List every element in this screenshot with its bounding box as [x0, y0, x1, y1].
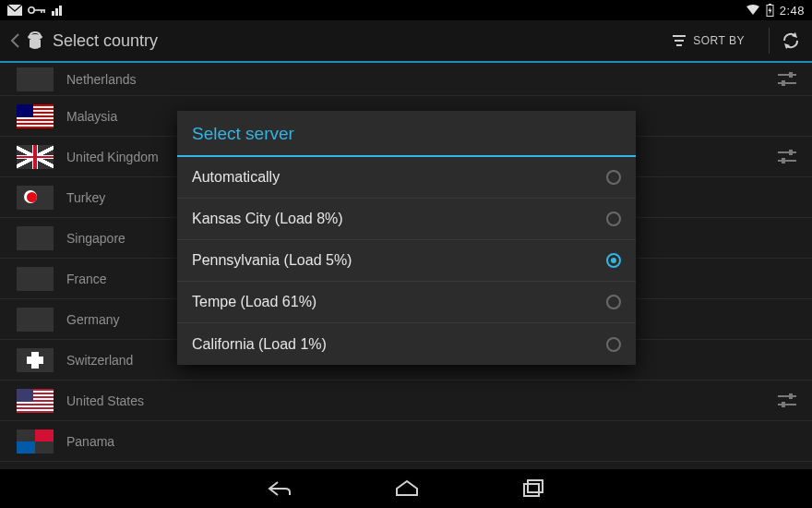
svg-rect-7 [59, 6, 62, 16]
home-icon [394, 478, 420, 499]
divider [769, 28, 770, 54]
battery-charging-icon [766, 4, 774, 17]
svg-rect-24 [782, 158, 785, 163]
server-option[interactable]: California (Load 1%) [177, 323, 636, 365]
country-name: Panama [66, 434, 114, 449]
svg-rect-6 [55, 8, 58, 16]
page-title: Select country [53, 31, 158, 51]
country-row[interactable]: Netherlands [0, 63, 812, 96]
radio-icon [606, 337, 621, 352]
select-server-dialog: Select server AutomaticallyKansas City (… [177, 111, 636, 365]
tune-button[interactable] [777, 149, 797, 165]
radio-icon [606, 295, 621, 309]
recent-apps-icon [521, 478, 545, 499]
server-option[interactable]: Automatically [177, 157, 636, 199]
sort-by-button[interactable]: SORT BY [671, 34, 745, 47]
server-option-label: Automatically [192, 169, 280, 186]
svg-rect-5 [52, 11, 54, 16]
country-name: United States [66, 393, 144, 408]
server-option[interactable]: Pennsylvania (Load 5%) [177, 240, 636, 282]
tune-button[interactable] [777, 71, 797, 88]
country-name: Germany [66, 312, 120, 327]
flag-icon [17, 429, 54, 454]
svg-rect-26 [789, 393, 793, 399]
nav-back-button[interactable] [267, 478, 293, 499]
sort-icon [671, 34, 687, 47]
refresh-icon [781, 30, 801, 51]
svg-marker-10 [768, 6, 771, 15]
server-option-label: Kansas City (Load 8%) [192, 211, 343, 227]
back-button[interactable] [11, 33, 19, 48]
svg-rect-29 [524, 484, 539, 496]
flag-icon [17, 145, 54, 169]
action-bar: Select country SORT BY [0, 20, 812, 63]
flag-icon [17, 226, 54, 250]
flag-icon [17, 67, 54, 91]
dialog-title: Select server [177, 111, 636, 157]
country-name: Singapore [66, 231, 125, 246]
nav-recent-button[interactable] [521, 478, 545, 499]
radio-icon [606, 212, 621, 226]
flag-icon [17, 348, 54, 372]
country-name: Switzerland [66, 353, 133, 368]
sort-by-label: SORT BY [693, 34, 745, 47]
signal-bars-icon [52, 5, 65, 16]
country-name: Netherlands [66, 72, 137, 87]
country-row[interactable]: United States [0, 381, 812, 421]
nav-home-button[interactable] [394, 478, 420, 499]
flag-icon [17, 267, 54, 291]
server-option-label: California (Load 1%) [192, 336, 327, 353]
refresh-button[interactable] [781, 30, 801, 51]
flag-icon [17, 104, 54, 128]
flag-icon [17, 308, 54, 332]
back-icon [267, 478, 293, 499]
server-option[interactable]: Kansas City (Load 8%) [177, 199, 636, 240]
status-bar: 2:48 [0, 0, 812, 20]
svg-rect-9 [769, 4, 771, 6]
country-name: France [66, 272, 107, 286]
mail-icon [7, 5, 22, 16]
radio-icon [606, 170, 621, 185]
server-option-label: Tempe (Load 61%) [192, 294, 316, 310]
svg-rect-20 [782, 80, 785, 86]
app-icon [23, 29, 47, 53]
svg-rect-18 [789, 72, 793, 78]
wifi-icon [746, 5, 760, 16]
flag-icon [17, 186, 54, 210]
key-icon [28, 6, 46, 15]
status-clock: 2:48 [780, 4, 805, 18]
svg-rect-28 [782, 402, 785, 407]
radio-icon [606, 253, 621, 268]
flag-icon [17, 389, 54, 413]
server-option-label: Pennsylvania (Load 5%) [192, 252, 352, 269]
nav-bar [0, 469, 812, 508]
svg-rect-22 [789, 150, 793, 155]
country-row[interactable]: Panama [0, 421, 812, 462]
server-option[interactable]: Tempe (Load 61%) [177, 282, 636, 323]
country-name: Turkey [66, 190, 105, 205]
svg-rect-30 [528, 480, 543, 492]
svg-point-1 [29, 7, 34, 13]
country-name: Malaysia [66, 109, 117, 124]
country-name: United Kingdom [66, 150, 159, 164]
tune-button[interactable] [777, 393, 797, 409]
